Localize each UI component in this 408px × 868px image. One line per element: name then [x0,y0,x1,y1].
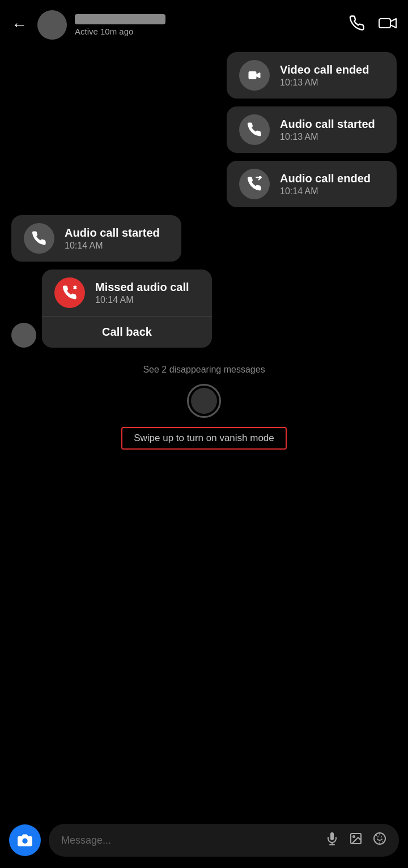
svg-rect-0 [379,19,390,28]
call-title: Audio call started [65,226,160,240]
audio-call-left-icon-wrap [24,223,54,254]
contact-name-blurred [75,14,165,24]
call-bubble: Video call ended 10:13 AM [227,52,397,99]
audio-call-icon-wrap [239,114,270,145]
call-title: Audio call ended [280,172,371,185]
call-info: Audio call ended 10:14 AM [280,172,371,196]
image-icon [349,832,363,845]
video-icon [246,67,262,83]
missed-call-time: 10:14 AM [95,295,189,305]
sticker-icon [373,832,386,845]
call-back-button[interactable]: Call back [42,317,212,348]
message-video-call-ended: Video call ended 10:13 AM [11,52,397,99]
phone-icon-left [31,230,47,246]
call-bubble: Audio call started 10:14 AM [11,215,181,262]
call-time: 10:13 AM [280,132,375,142]
message-input-container[interactable]: Message... [49,824,399,857]
call-bubble: Audio call ended 10:14 AM [227,161,397,207]
voice-call-button[interactable] [349,15,365,35]
call-info: Video call ended 10:13 AM [280,63,369,88]
call-info: Audio call started 10:13 AM [280,118,375,142]
missed-call-info: Missed audio call 10:14 AM [42,270,212,316]
call-time: 10:13 AM [280,78,369,88]
call-time: 10:14 AM [65,241,160,251]
call-title: Audio call started [280,118,375,131]
header-actions [349,15,397,35]
vanish-circle-inner [191,388,217,414]
missed-call-bubble: Missed audio call 10:14 AM Call back [42,270,212,348]
missed-call-title: Missed audio call [95,281,189,294]
audio-ended-icon-wrap [239,169,270,199]
message-placeholder: Message... [61,835,111,846]
message-audio-call-started-2: Audio call started 10:14 AM [11,215,397,262]
back-button[interactable]: ← [11,16,27,34]
contact-info: Active 10m ago [75,14,341,36]
mic-icon [325,832,339,845]
phone-icon [246,122,262,138]
call-time: 10:14 AM [280,186,371,196]
video-call-button[interactable] [379,15,397,35]
message-missed-audio-call: Missed audio call 10:14 AM Call back [11,270,397,348]
video-call-icon-wrap [239,60,270,91]
message-audio-call-started-1: Audio call started 10:13 AM [11,106,397,153]
phone-missed-icon [62,285,78,301]
missed-call-icon-wrap [54,277,85,308]
mic-button[interactable] [325,832,339,849]
contact-avatar[interactable] [37,10,67,40]
svg-point-4 [22,839,27,844]
camera-button[interactable] [9,824,41,856]
chat-messages: Video call ended 10:13 AM Audio call sta… [0,46,408,353]
sender-avatar [11,323,36,348]
svg-point-6 [353,836,355,837]
vanish-mode-circle [187,384,221,418]
camera-icon [17,832,33,848]
call-title: Video call ended [280,63,369,76]
message-audio-call-ended: Audio call ended 10:14 AM [11,161,397,207]
call-info: Audio call started 10:14 AM [65,226,160,251]
phone-out-icon [246,176,262,192]
missed-call-text: Missed audio call 10:14 AM [95,281,189,305]
message-input-bar: Message... [0,816,408,868]
call-bubble: Audio call started 10:13 AM [227,106,397,153]
disappearing-messages-text[interactable]: See 2 disappearing messages [143,365,265,375]
contact-status: Active 10m ago [75,27,341,36]
vanish-mode-label: Swipe up to turn on vanish mode [121,427,287,450]
image-button[interactable] [349,832,363,849]
chat-header: ← Active 10m ago [0,0,408,46]
disappearing-messages-section: See 2 disappearing messages Swipe up to … [0,365,408,450]
sticker-button[interactable] [373,832,386,849]
input-icons [325,832,386,849]
